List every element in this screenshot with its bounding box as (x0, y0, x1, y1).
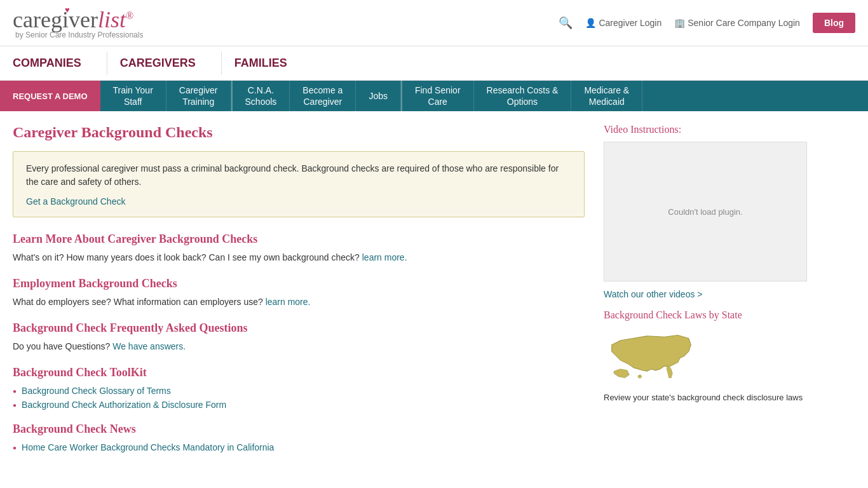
menu-train-staff[interactable]: Train YourStaff (100, 81, 166, 111)
menu-become-caregiver[interactable]: Become aCaregiver (290, 81, 356, 111)
person-icon: 👤 (585, 18, 596, 28)
section1-text-content: What's on it? How many years does it loo… (13, 252, 360, 262)
section2-text-content: What do employers see? What information … (13, 297, 263, 307)
menu-bar: REQUEST A DEMO Train YourStaff Caregiver… (0, 81, 868, 111)
nav-bar: COMPANIES CAREGIVERS FAMILIES (0, 46, 868, 81)
section3-text: Do you have Questions? We have answers. (13, 340, 585, 353)
section2-heading[interactable]: Employment Background Checks (13, 277, 585, 290)
glossary-link[interactable]: Background Check Glossary of Terms (22, 386, 171, 396)
senior-login-link[interactable]: 🏢 Senior Care Company Login (674, 18, 800, 28)
section2-text: What do employers see? What information … (13, 295, 585, 309)
plugin-placeholder: Couldn't load plugin. (604, 142, 807, 281)
demo-button[interactable]: REQUEST A DEMO (0, 81, 100, 111)
caregiver-login-link[interactable]: 👤 Caregiver Login (585, 18, 661, 28)
caregiver-login-label: Caregiver Login (599, 18, 661, 28)
menu-cna-schools[interactable]: C.N.A.Schools (233, 81, 290, 111)
page-title: Caregiver Background Checks (13, 124, 585, 141)
us-map-container[interactable] (604, 327, 839, 386)
toolkit-list: Background Check Glossary of Terms Backg… (13, 386, 585, 410)
senior-login-label: Senior Care Company Login (688, 18, 800, 28)
menu-research-costs[interactable]: Research Costs &Options (474, 81, 572, 111)
section3-answers-link[interactable]: We have answers. (112, 341, 186, 351)
building-icon: 🏢 (674, 18, 685, 28)
blog-button[interactable]: Blog (813, 13, 855, 33)
nav-caregivers-section: CAREGIVERS (120, 46, 208, 80)
site-header: ♥ caregiverlist® by Senior Care Industry… (0, 0, 868, 46)
nav-companies-section: COMPANIES (13, 46, 94, 80)
map-review-text: Review your state's background check dis… (604, 393, 839, 402)
intro-box: Every professional caregiver must pass a… (13, 151, 585, 217)
menu-medicare[interactable]: Medicare &Medicaid (571, 81, 642, 111)
intro-text: Every professional caregiver must pass a… (26, 162, 571, 189)
section3-text-content: Do you have Questions? (13, 341, 110, 351)
section3-heading[interactable]: Background Check Frequently Asked Questi… (13, 322, 585, 335)
us-map-svg[interactable] (604, 327, 699, 384)
news-item-1-link[interactable]: Home Care Worker Background Checks Manda… (22, 442, 274, 452)
header-right: 🔍 👤 Caregiver Login 🏢 Senior Care Compan… (559, 13, 855, 33)
nav-divider-2 (221, 51, 222, 75)
nav-divider-1 (107, 51, 107, 75)
search-icon[interactable]: 🔍 (559, 16, 573, 30)
get-background-check-link[interactable]: Get a Background Check (26, 196, 125, 207)
bg-laws-title: Background Check Laws by State (604, 309, 839, 321)
toolkit-heading: Background Check ToolKit (13, 366, 585, 379)
menu-caregiver-training[interactable]: CaregiverTraining (166, 81, 231, 111)
toolkit-item-1: Background Check Glossary of Terms (13, 386, 585, 396)
content-left: Caregiver Background Checks Every profes… (13, 124, 585, 456)
news-list: Home Care Worker Background Checks Manda… (13, 442, 585, 452)
nav-companies[interactable]: COMPANIES (13, 46, 94, 80)
menu-jobs[interactable]: Jobs (356, 81, 401, 111)
logo[interactable]: caregiverlist® (13, 7, 133, 32)
video-title: Video Instructions: (604, 124, 839, 135)
authorization-link[interactable]: Background Check Authorization & Disclos… (22, 400, 226, 410)
watch-more-link[interactable]: Watch our other videos > (604, 289, 839, 299)
toolkit-item-2: Background Check Authorization & Disclos… (13, 400, 585, 410)
section1-text: What's on it? How many years does it loo… (13, 251, 585, 264)
plugin-error-text: Couldn't load plugin. (668, 207, 742, 217)
nav-families-section: FAMILIES (234, 46, 300, 80)
main-content: Caregiver Background Checks Every profes… (0, 111, 868, 469)
nav-families[interactable]: FAMILIES (234, 46, 300, 80)
news-heading: Background Check News (13, 423, 585, 436)
logo-area: ♥ caregiverlist® by Senior Care Industry… (13, 6, 143, 39)
nav-caregivers[interactable]: CAREGIVERS (120, 46, 208, 80)
section1-learn-more-link[interactable]: learn more. (362, 252, 407, 262)
content-right: Video Instructions: Couldn't load plugin… (585, 124, 839, 456)
section1-heading[interactable]: Learn More About Caregiver Background Ch… (13, 233, 585, 246)
news-item-1: Home Care Worker Background Checks Manda… (13, 442, 585, 452)
section2-learn-more-link[interactable]: learn more. (266, 297, 311, 307)
menu-find-senior-care[interactable]: Find SeniorCare (402, 81, 474, 111)
